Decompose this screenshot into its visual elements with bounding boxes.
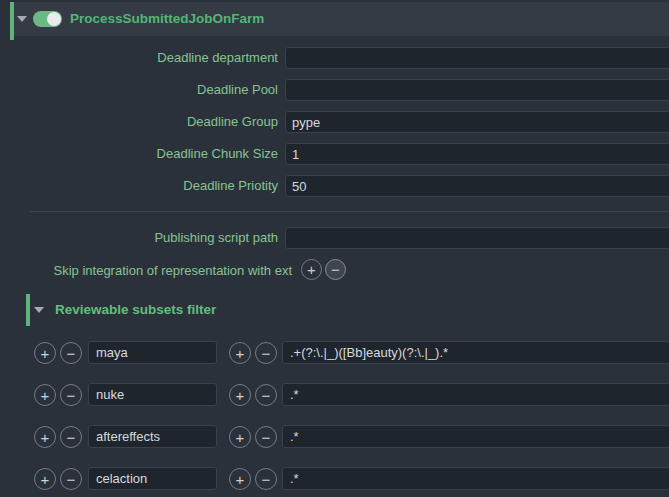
section-accent-strip [10,2,14,40]
plugin-header: ProcessSubmittedJobOnFarm [10,2,669,36]
remove-item-button[interactable]: − [255,468,277,490]
field-label: Publishing script path [0,227,278,249]
filter-row-celaction: + − + − [0,467,669,491]
deadline-department-input[interactable] [285,47,669,69]
chevron-down-icon[interactable] [17,16,27,22]
filter-value-input[interactable] [282,383,669,406]
field-row-publishing-script-path: Publishing script path [0,227,669,249]
add-item-button[interactable]: + [34,384,56,406]
filter-key-input[interactable] [88,425,217,448]
add-item-button[interactable]: + [229,384,251,406]
plus-icon: + [236,471,245,488]
skip-integration-row: Skip integration of representation with … [0,260,669,281]
filter-row-maya: + − + − [0,341,669,365]
subsection-title: Reviewable subsets filter [55,294,216,326]
add-item-button[interactable]: + [229,342,251,364]
field-row-deadline-chunk-size: Deadline Chunk Size [0,143,669,165]
plus-icon: + [41,387,50,404]
plus-icon: + [41,429,50,446]
filter-value-input[interactable] [282,425,669,448]
add-item-button[interactable]: + [34,468,56,490]
minus-icon: − [67,471,76,488]
minus-icon: − [262,429,271,446]
field-row-deadline-department: Deadline department [0,47,669,69]
plus-icon: + [236,345,245,362]
minus-icon: − [262,471,271,488]
enabled-toggle[interactable] [33,11,62,27]
deadline-chunk-size-input[interactable] [285,143,669,165]
remove-item-button[interactable]: − [255,384,277,406]
deadline-pool-input[interactable] [285,79,669,101]
filter-value-input[interactable] [282,341,669,364]
plus-icon: + [236,429,245,446]
remove-item-button[interactable]: − [60,384,82,406]
field-label: Deadline Chunk Size [0,143,278,165]
remove-item-button[interactable]: − [60,426,82,448]
add-item-button[interactable]: + [301,259,322,280]
plus-icon: + [307,261,316,278]
minus-icon: − [262,345,271,362]
remove-item-button[interactable]: − [255,342,277,364]
field-row-deadline-group: Deadline Group [0,111,669,133]
field-label: Deadline Group [0,111,278,133]
field-label: Deadline Pool [0,79,278,101]
filter-key-input[interactable] [88,467,217,490]
deadline-priority-input[interactable] [285,175,669,197]
field-label: Deadline department [0,47,278,69]
remove-item-button[interactable]: − [255,426,277,448]
minus-icon: − [67,387,76,404]
filter-row-aftereffects: + − + − [0,425,669,449]
minus-icon: − [331,261,340,278]
plus-icon: + [236,387,245,404]
add-item-button[interactable]: + [34,426,56,448]
toggle-knob [47,12,61,26]
add-item-button[interactable]: + [34,342,56,364]
minus-icon: − [67,345,76,362]
field-row-deadline-priority: Deadline Priotity [0,175,669,197]
field-label: Deadline Priotity [0,175,278,197]
chevron-down-icon[interactable] [34,307,44,313]
remove-item-button[interactable]: − [325,259,346,280]
skip-integration-label: Skip integration of representation with … [0,260,292,281]
settings-panel: ProcessSubmittedJobOnFarm Deadline depar… [0,0,669,497]
add-item-button[interactable]: + [229,468,251,490]
filter-key-input[interactable] [88,341,217,364]
publishing-script-path-input[interactable] [285,227,669,249]
subsection-accent-strip [26,294,30,326]
plugin-title: ProcessSubmittedJobOnFarm [70,2,264,36]
field-row-deadline-pool: Deadline Pool [0,79,669,101]
deadline-group-input[interactable] [285,111,669,133]
filter-row-nuke: + − + − [0,383,669,407]
plus-icon: + [41,345,50,362]
remove-item-button[interactable]: − [60,342,82,364]
plus-icon: + [41,471,50,488]
minus-icon: − [262,387,271,404]
divider [30,211,669,212]
minus-icon: − [67,429,76,446]
remove-item-button[interactable]: − [60,468,82,490]
filter-key-input[interactable] [88,383,217,406]
add-item-button[interactable]: + [229,426,251,448]
filter-value-input[interactable] [282,467,669,490]
